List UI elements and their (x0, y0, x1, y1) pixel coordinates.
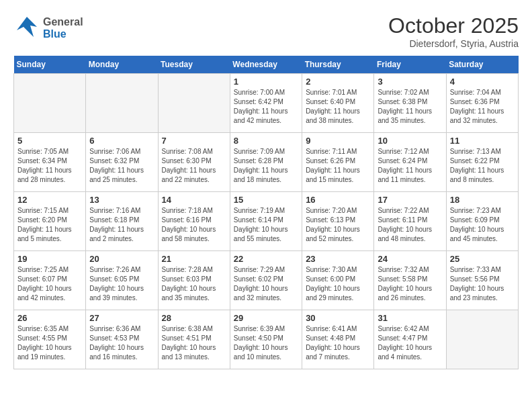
calendar-cell: 13Sunrise: 7:16 AM Sunset: 6:18 PM Dayli… (86, 192, 158, 251)
day-number: 19 (17, 254, 82, 264)
calendar-cell: 20Sunrise: 7:26 AM Sunset: 6:05 PM Dayli… (86, 251, 158, 310)
day-number: 12 (17, 195, 82, 205)
calendar-cell: 19Sunrise: 7:25 AM Sunset: 6:07 PM Dayli… (14, 251, 86, 310)
day-number: 2 (306, 77, 370, 87)
day-info: Sunrise: 7:00 AM Sunset: 6:42 PM Dayligh… (234, 88, 298, 126)
calendar-cell: 15Sunrise: 7:19 AM Sunset: 6:14 PM Dayli… (230, 192, 302, 251)
logo-general-text: General (43, 16, 83, 28)
calendar-cell: 8Sunrise: 7:09 AM Sunset: 6:28 PM Daylig… (230, 133, 302, 192)
day-number: 28 (162, 313, 226, 323)
calendar-cell (158, 74, 230, 133)
logo: General Blue (13, 13, 83, 43)
logo-bird-icon (13, 13, 40, 43)
calendar-week-2: 5Sunrise: 7:05 AM Sunset: 6:34 PM Daylig… (14, 133, 519, 192)
day-info: Sunrise: 7:18 AM Sunset: 6:16 PM Dayligh… (162, 206, 226, 244)
day-info: Sunrise: 7:33 AM Sunset: 5:56 PM Dayligh… (450, 265, 515, 303)
day-info: Sunrise: 7:01 AM Sunset: 6:40 PM Dayligh… (306, 88, 370, 126)
weekday-header-sunday: Sunday (14, 56, 86, 74)
weekday-header-wednesday: Wednesday (230, 56, 302, 74)
calendar-cell: 10Sunrise: 7:12 AM Sunset: 6:24 PM Dayli… (374, 133, 446, 192)
day-number: 14 (162, 195, 226, 205)
calendar-cell: 2Sunrise: 7:01 AM Sunset: 6:40 PM Daylig… (302, 74, 374, 133)
calendar-cell: 31Sunrise: 6:42 AM Sunset: 4:47 PM Dayli… (374, 310, 446, 369)
day-info: Sunrise: 7:22 AM Sunset: 6:11 PM Dayligh… (378, 206, 442, 244)
calendar-cell: 6Sunrise: 7:06 AM Sunset: 6:32 PM Daylig… (86, 133, 158, 192)
calendar-cell: 18Sunrise: 7:23 AM Sunset: 6:09 PM Dayli… (446, 192, 518, 251)
day-number: 30 (306, 313, 370, 323)
day-number: 21 (162, 254, 226, 264)
day-number: 3 (378, 77, 442, 87)
weekday-header-friday: Friday (374, 56, 446, 74)
day-info: Sunrise: 7:29 AM Sunset: 6:02 PM Dayligh… (234, 265, 298, 303)
calendar-cell: 29Sunrise: 6:39 AM Sunset: 4:50 PM Dayli… (230, 310, 302, 369)
day-number: 25 (450, 254, 515, 264)
day-number: 10 (378, 136, 442, 146)
calendar-header-row: SundayMondayTuesdayWednesdayThursdayFrid… (14, 56, 519, 74)
day-number: 22 (234, 254, 298, 264)
day-number: 29 (234, 313, 298, 323)
day-info: Sunrise: 7:12 AM Sunset: 6:24 PM Dayligh… (378, 147, 442, 185)
title-section: October 2025 Dietersdorf, Styria, Austri… (388, 13, 519, 49)
calendar-week-5: 26Sunrise: 6:35 AM Sunset: 4:55 PM Dayli… (14, 310, 519, 369)
day-number: 5 (17, 136, 82, 146)
calendar-cell: 27Sunrise: 6:36 AM Sunset: 4:53 PM Dayli… (86, 310, 158, 369)
day-info: Sunrise: 6:35 AM Sunset: 4:55 PM Dayligh… (17, 324, 82, 362)
day-info: Sunrise: 7:20 AM Sunset: 6:13 PM Dayligh… (306, 206, 370, 244)
day-info: Sunrise: 6:38 AM Sunset: 4:51 PM Dayligh… (162, 324, 226, 362)
day-number: 13 (89, 195, 154, 205)
day-info: Sunrise: 6:41 AM Sunset: 4:48 PM Dayligh… (306, 324, 370, 362)
day-info: Sunrise: 7:06 AM Sunset: 6:32 PM Dayligh… (89, 147, 154, 185)
day-number: 6 (89, 136, 154, 146)
calendar-cell: 26Sunrise: 6:35 AM Sunset: 4:55 PM Dayli… (14, 310, 86, 369)
calendar-cell: 30Sunrise: 6:41 AM Sunset: 4:48 PM Dayli… (302, 310, 374, 369)
weekday-header-tuesday: Tuesday (158, 56, 230, 74)
page-header: General Blue October 2025 Dietersdorf, S… (13, 13, 519, 49)
day-info: Sunrise: 7:02 AM Sunset: 6:38 PM Dayligh… (378, 88, 442, 126)
calendar-cell: 14Sunrise: 7:18 AM Sunset: 6:16 PM Dayli… (158, 192, 230, 251)
day-info: Sunrise: 7:32 AM Sunset: 5:58 PM Dayligh… (378, 265, 442, 303)
logo-name: General Blue (43, 16, 83, 40)
calendar-cell: 7Sunrise: 7:08 AM Sunset: 6:30 PM Daylig… (158, 133, 230, 192)
calendar-cell: 4Sunrise: 7:04 AM Sunset: 6:36 PM Daylig… (446, 74, 518, 133)
day-info: Sunrise: 7:05 AM Sunset: 6:34 PM Dayligh… (17, 147, 82, 185)
weekday-header-thursday: Thursday (302, 56, 374, 74)
day-info: Sunrise: 7:19 AM Sunset: 6:14 PM Dayligh… (234, 206, 298, 244)
day-number: 8 (234, 136, 298, 146)
calendar-week-4: 19Sunrise: 7:25 AM Sunset: 6:07 PM Dayli… (14, 251, 519, 310)
svg-marker-0 (17, 17, 37, 37)
day-info: Sunrise: 7:09 AM Sunset: 6:28 PM Dayligh… (234, 147, 298, 185)
day-number: 11 (450, 136, 515, 146)
day-number: 20 (89, 254, 154, 264)
calendar-cell: 9Sunrise: 7:11 AM Sunset: 6:26 PM Daylig… (302, 133, 374, 192)
calendar-week-1: 1Sunrise: 7:00 AM Sunset: 6:42 PM Daylig… (14, 74, 519, 133)
day-number: 15 (234, 195, 298, 205)
day-number: 26 (17, 313, 82, 323)
calendar-cell: 28Sunrise: 6:38 AM Sunset: 4:51 PM Dayli… (158, 310, 230, 369)
calendar-cell (446, 310, 518, 369)
day-info: Sunrise: 7:26 AM Sunset: 6:05 PM Dayligh… (89, 265, 154, 303)
calendar-week-3: 12Sunrise: 7:15 AM Sunset: 6:20 PM Dayli… (14, 192, 519, 251)
calendar-cell: 24Sunrise: 7:32 AM Sunset: 5:58 PM Dayli… (374, 251, 446, 310)
calendar-cell: 12Sunrise: 7:15 AM Sunset: 6:20 PM Dayli… (14, 192, 86, 251)
day-number: 17 (378, 195, 442, 205)
location-subtitle: Dietersdorf, Styria, Austria (388, 38, 519, 49)
calendar-cell: 5Sunrise: 7:05 AM Sunset: 6:34 PM Daylig… (14, 133, 86, 192)
day-number: 31 (378, 313, 442, 323)
day-info: Sunrise: 7:23 AM Sunset: 6:09 PM Dayligh… (450, 206, 515, 244)
day-info: Sunrise: 7:08 AM Sunset: 6:30 PM Dayligh… (162, 147, 226, 185)
weekday-header-saturday: Saturday (446, 56, 518, 74)
calendar-cell: 25Sunrise: 7:33 AM Sunset: 5:56 PM Dayli… (446, 251, 518, 310)
weekday-header-monday: Monday (86, 56, 158, 74)
day-info: Sunrise: 6:39 AM Sunset: 4:50 PM Dayligh… (234, 324, 298, 362)
day-number: 9 (306, 136, 370, 146)
day-info: Sunrise: 7:15 AM Sunset: 6:20 PM Dayligh… (17, 206, 82, 244)
day-info: Sunrise: 7:11 AM Sunset: 6:26 PM Dayligh… (306, 147, 370, 185)
day-info: Sunrise: 7:16 AM Sunset: 6:18 PM Dayligh… (89, 206, 154, 244)
day-info: Sunrise: 7:13 AM Sunset: 6:22 PM Dayligh… (450, 147, 515, 185)
day-info: Sunrise: 7:28 AM Sunset: 6:03 PM Dayligh… (162, 265, 226, 303)
calendar-cell: 22Sunrise: 7:29 AM Sunset: 6:02 PM Dayli… (230, 251, 302, 310)
day-number: 24 (378, 254, 442, 264)
day-info: Sunrise: 6:42 AM Sunset: 4:47 PM Dayligh… (378, 324, 442, 362)
day-number: 7 (162, 136, 226, 146)
month-title: October 2025 (388, 13, 519, 38)
